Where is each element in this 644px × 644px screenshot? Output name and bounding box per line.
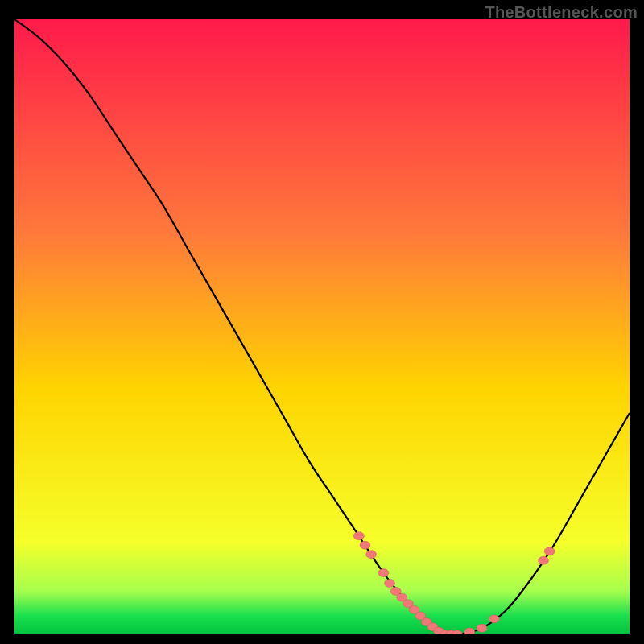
data-marker bbox=[489, 615, 499, 623]
data-marker bbox=[385, 580, 395, 588]
bottleneck-chart-svg bbox=[14, 19, 630, 634]
data-marker bbox=[539, 556, 549, 564]
data-marker bbox=[378, 569, 389, 577]
data-marker bbox=[477, 624, 487, 632]
data-marker bbox=[360, 541, 370, 549]
data-marker bbox=[544, 547, 555, 555]
chart-stage: TheBottleneck.com bbox=[0, 0, 644, 644]
data-marker bbox=[366, 551, 377, 559]
plot-area bbox=[14, 19, 630, 634]
data-marker bbox=[464, 628, 475, 634]
data-marker bbox=[353, 532, 364, 540]
gradient-background bbox=[14, 19, 630, 634]
watermark-label: TheBottleneck.com bbox=[485, 3, 638, 22]
